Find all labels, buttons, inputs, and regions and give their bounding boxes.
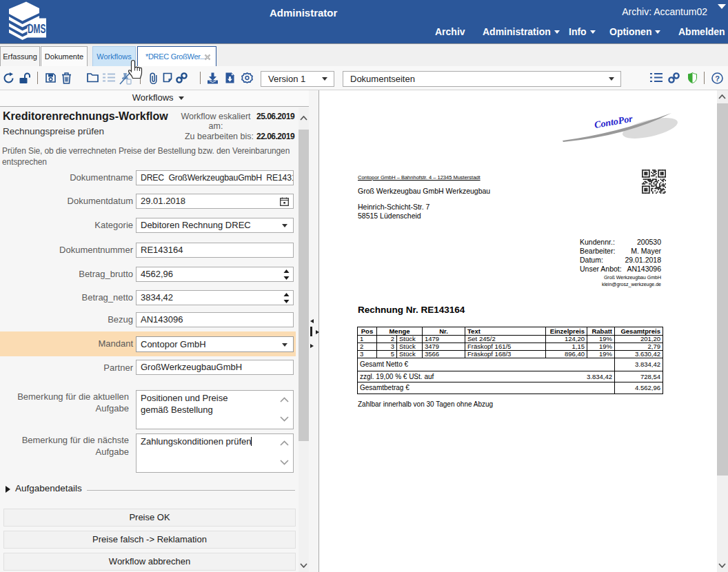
svg-text:?: ? bbox=[715, 74, 720, 83]
svg-text:DMS: DMS bbox=[28, 22, 46, 36]
